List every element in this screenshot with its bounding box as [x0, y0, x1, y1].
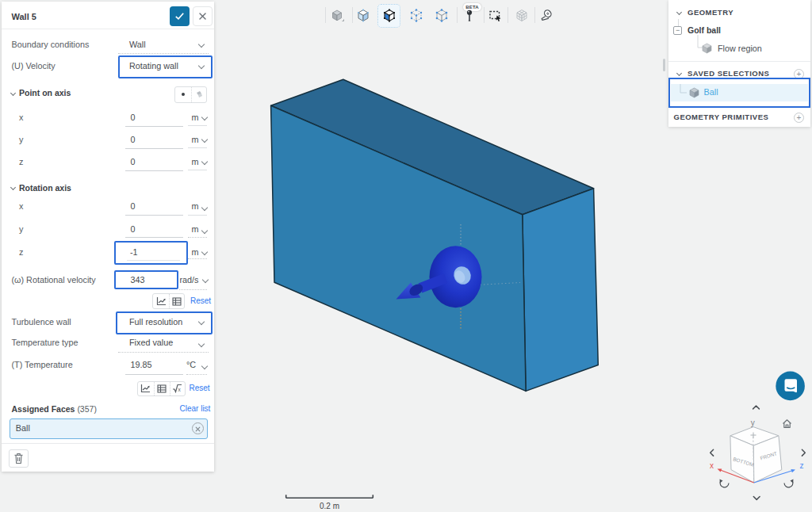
svg-text:z: z: [800, 461, 804, 470]
svg-text:0.2 m: 0.2 m: [320, 502, 339, 510]
svg-text:x: x: [710, 461, 714, 470]
svg-text:x: x: [178, 387, 182, 392]
svg-text:y: y: [751, 418, 755, 427]
